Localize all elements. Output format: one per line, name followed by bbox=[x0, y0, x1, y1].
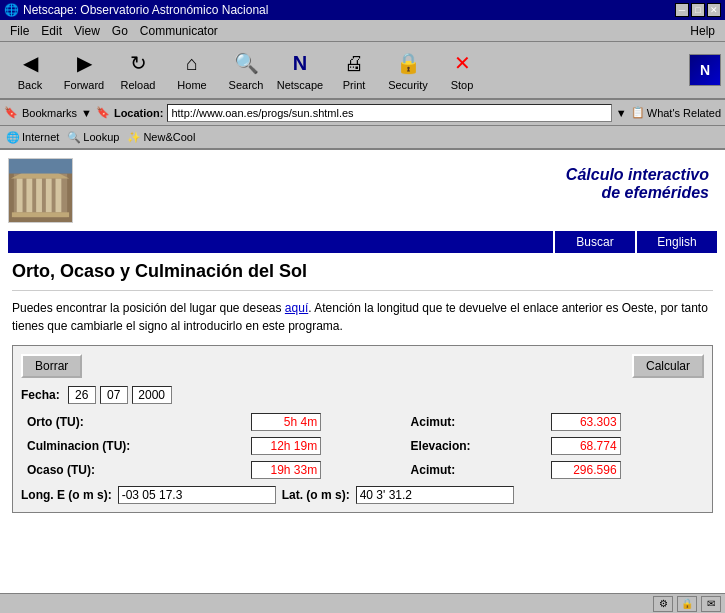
newcool-label[interactable]: New&Cool bbox=[143, 131, 195, 143]
fecha-day-input[interactable] bbox=[68, 386, 96, 404]
forward-button[interactable]: ▶ Forward bbox=[58, 44, 110, 96]
svg-rect-4 bbox=[36, 178, 42, 212]
svg-rect-2 bbox=[17, 178, 23, 212]
svg-rect-3 bbox=[26, 178, 32, 212]
lat-value[interactable] bbox=[356, 486, 514, 504]
netscape-button[interactable]: N Netscape bbox=[274, 44, 326, 96]
maximize-button[interactable]: □ bbox=[691, 3, 705, 17]
nav-blue-button[interactable] bbox=[8, 231, 553, 253]
nav-buttons: Buscar English bbox=[8, 231, 717, 253]
header-image bbox=[8, 158, 73, 223]
bookmarks-label[interactable]: Bookmarks bbox=[22, 107, 77, 119]
close-button[interactable]: ✕ bbox=[707, 3, 721, 17]
buscar-button[interactable]: Buscar bbox=[555, 231, 635, 253]
minimize-button[interactable]: ─ bbox=[675, 3, 689, 17]
menu-edit[interactable]: Edit bbox=[35, 22, 68, 40]
status-icon-2: 🔒 bbox=[677, 596, 697, 612]
back-button[interactable]: ◀ Back bbox=[4, 44, 56, 96]
menu-view[interactable]: View bbox=[68, 22, 106, 40]
back-label: Back bbox=[18, 79, 42, 91]
home-button[interactable]: ⌂ Home bbox=[166, 44, 218, 96]
app-icon: 🌐 bbox=[4, 3, 19, 17]
security-button[interactable]: 🔒 Security bbox=[382, 44, 434, 96]
security-icon: 🔒 bbox=[394, 49, 422, 77]
culminacion-acimut-label: Elevacion: bbox=[405, 434, 545, 458]
search-label: Search bbox=[229, 79, 264, 91]
search-button[interactable]: 🔍 Search bbox=[220, 44, 272, 96]
fecha-row: Fecha: bbox=[21, 386, 704, 404]
home-icon: ⌂ bbox=[178, 49, 206, 77]
reload-button[interactable]: ↻ Reload bbox=[112, 44, 164, 96]
menu-bar: File Edit View Go Communicator Help bbox=[0, 20, 725, 42]
lat-label: Lat. (o m s): bbox=[282, 488, 350, 502]
culminacion-value-cell bbox=[245, 434, 404, 458]
long-lat-row: Long. E (o m s): Lat. (o m s): bbox=[21, 486, 704, 504]
netscape-label: Netscape bbox=[277, 79, 323, 91]
title-bar-left: 🌐 Netscape: Observatorio Astronómico Nac… bbox=[4, 3, 268, 17]
personal-internet[interactable]: 🌐 Internet bbox=[6, 131, 59, 144]
location-input[interactable] bbox=[167, 104, 611, 122]
content-area: Cálculo interactivo de efemérides Buscar… bbox=[0, 150, 725, 593]
orto-acimut-label: Acimut: bbox=[405, 410, 545, 434]
ocaso-acimut-label: Acimut: bbox=[405, 458, 545, 482]
svg-rect-9 bbox=[9, 159, 72, 174]
fecha-label: Fecha: bbox=[21, 388, 60, 402]
menu-communicator[interactable]: Communicator bbox=[134, 22, 224, 40]
orto-value[interactable] bbox=[251, 413, 321, 431]
netscape-icon: N bbox=[286, 49, 314, 77]
whats-related-text[interactable]: What's Related bbox=[647, 107, 721, 119]
forward-icon: ▶ bbox=[70, 49, 98, 77]
lookup-label[interactable]: Lookup bbox=[83, 131, 119, 143]
results-table: Orto (TU): Acimut: Culminacion (TU): bbox=[21, 410, 704, 482]
status-icon-3: ✉ bbox=[701, 596, 721, 612]
culminacion-acimut-value[interactable] bbox=[551, 437, 621, 455]
form-top-row: Borrar Calcular bbox=[21, 354, 704, 378]
location-dropdown[interactable]: ▼ bbox=[616, 107, 627, 119]
menu-go[interactable]: Go bbox=[106, 22, 134, 40]
location-icon: 🔖 bbox=[96, 106, 110, 119]
newcool-icon: ✨ bbox=[127, 131, 141, 144]
ocaso-value-cell bbox=[245, 458, 404, 482]
orto-label: Orto (TU): bbox=[21, 410, 245, 434]
long-value[interactable] bbox=[118, 486, 276, 504]
reload-label: Reload bbox=[121, 79, 156, 91]
toolbar: ◀ Back ▶ Forward ↻ Reload ⌂ Home 🔍 Searc… bbox=[0, 42, 725, 100]
internet-label[interactable]: Internet bbox=[22, 131, 59, 143]
stop-icon: ✕ bbox=[448, 49, 476, 77]
ocaso-label: Ocaso (TU): bbox=[21, 458, 245, 482]
ocaso-acimut-cell bbox=[545, 458, 704, 482]
orto-acimut-value[interactable] bbox=[551, 413, 621, 431]
personal-bar: 🌐 Internet 🔍 Lookup ✨ New&Cool bbox=[0, 126, 725, 150]
personal-newcool[interactable]: ✨ New&Cool bbox=[127, 131, 195, 144]
english-button[interactable]: English bbox=[637, 231, 717, 253]
menu-file[interactable]: File bbox=[4, 22, 35, 40]
window-title: Netscape: Observatorio Astronómico Nacio… bbox=[23, 3, 268, 17]
page-header-title: Cálculo interactivo de efemérides bbox=[73, 158, 717, 210]
back-icon: ◀ bbox=[16, 49, 44, 77]
title-bar-buttons: ─ □ ✕ bbox=[675, 3, 721, 17]
ocaso-value[interactable] bbox=[251, 461, 321, 479]
ocaso-acimut-value[interactable] bbox=[551, 461, 621, 479]
whats-related[interactable]: 📋 What's Related bbox=[631, 106, 721, 119]
fecha-month-input[interactable] bbox=[100, 386, 128, 404]
aqui-link[interactable]: aquí bbox=[285, 301, 308, 315]
forward-label: Forward bbox=[64, 79, 104, 91]
status-icon-1: ⚙ bbox=[653, 596, 673, 612]
print-button[interactable]: 🖨 Print bbox=[328, 44, 380, 96]
menu-help[interactable]: Help bbox=[684, 22, 721, 40]
calcular-button[interactable]: Calcular bbox=[632, 354, 704, 378]
personal-lookup[interactable]: 🔍 Lookup bbox=[67, 131, 119, 144]
title-bar: 🌐 Netscape: Observatorio Astronómico Nac… bbox=[0, 0, 725, 20]
stop-label: Stop bbox=[451, 79, 474, 91]
lookup-icon: 🔍 bbox=[67, 131, 81, 144]
culminacion-value[interactable] bbox=[251, 437, 321, 455]
borrar-button[interactable]: Borrar bbox=[21, 354, 82, 378]
page-title: Orto, Ocaso y Culminación del Sol bbox=[12, 261, 713, 282]
culminacion-acimut-cell bbox=[545, 434, 704, 458]
search-icon: 🔍 bbox=[232, 49, 260, 77]
page-header: Cálculo interactivo de efemérides bbox=[0, 150, 725, 231]
fecha-year-input[interactable] bbox=[132, 386, 172, 404]
stop-button[interactable]: ✕ Stop bbox=[436, 44, 488, 96]
desc-part1: Puedes encontrar la posición del lugar q… bbox=[12, 301, 285, 315]
netscape-logo: N bbox=[689, 54, 721, 86]
